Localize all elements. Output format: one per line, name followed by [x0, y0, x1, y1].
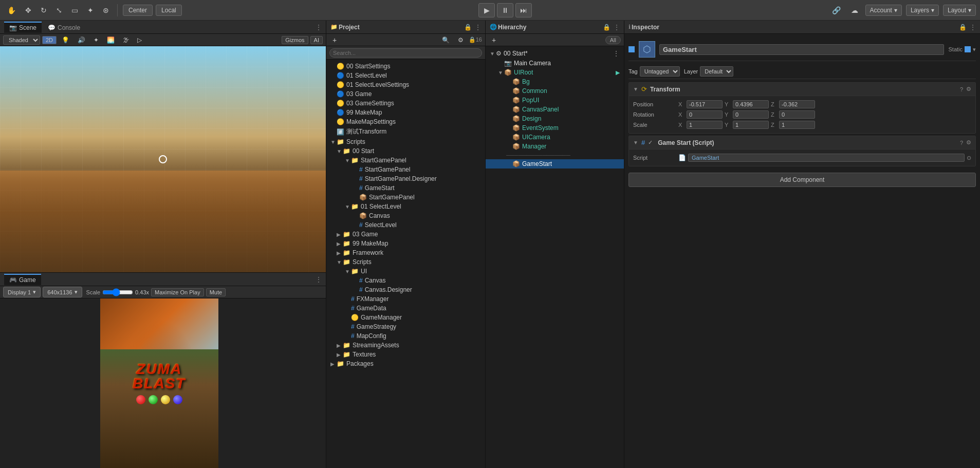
resolution-dropdown[interactable]: 640x1136▾ [43, 287, 82, 297]
scene-anim-btn[interactable]: ▷ [134, 34, 145, 46]
project-item-startgamepanel-prefab[interactable]: 📦 StartGamePanel [326, 193, 485, 202]
project-item-99makemap-folder[interactable]: ▶ 📁 99 MakeMap [326, 239, 485, 248]
gizmos-btn[interactable]: Gizmos [282, 36, 308, 44]
cloud-btn[interactable]: ☁ [848, 4, 861, 16]
transform-header[interactable]: ▼ ⟳ Transform ? ⚙ [629, 83, 975, 96]
project-lock-icon[interactable]: 🔒 [464, 24, 472, 31]
play-btn[interactable]: ▶ [478, 3, 495, 17]
project-item-canvas-prefab[interactable]: 📦 Canvas [326, 211, 485, 220]
tab-console[interactable]: 💬Console [43, 22, 85, 33]
pos-x-input[interactable] [687, 100, 723, 108]
scene-audio-btn[interactable]: 🔊 [75, 34, 88, 46]
pos-z-input[interactable] [779, 100, 815, 108]
tab-game[interactable]: 🎮Game [4, 274, 41, 285]
collab-btn[interactable]: 🔗 [829, 4, 844, 16]
inspector-options-icon[interactable]: ⋮ [970, 24, 976, 31]
go-name-input[interactable] [659, 44, 944, 55]
scale-y-input[interactable] [733, 121, 769, 129]
gamestart-script-header[interactable]: ▼ # ✓ Game Start (Script) ? ⚙ [629, 136, 975, 149]
step-btn[interactable]: ⏭ [515, 3, 532, 17]
view-2d-btn[interactable]: 2D [42, 36, 57, 44]
project-item-selectlevel-script[interactable]: # SelectLevel [326, 220, 485, 230]
tab-scene[interactable]: 📷Scene [4, 22, 42, 33]
project-search-input[interactable] [329, 48, 482, 58]
rot-y-input[interactable] [733, 110, 769, 119]
layout-dropdown[interactable]: Layout ▾ [943, 5, 976, 16]
project-options-icon[interactable]: ⋮ [475, 24, 481, 31]
project-item-scripts2-folder[interactable]: ▼ 📁 Scripts [326, 257, 485, 267]
project-item-canvas-script[interactable]: # Canvas [326, 276, 485, 285]
project-item-streaming[interactable]: ▶ 📁 StreamingAssets [326, 341, 485, 350]
shading-dropdown[interactable]: Shaded [3, 35, 40, 45]
script-settings-icon[interactable]: ⚙ [966, 139, 971, 146]
hierarchy-item-common[interactable]: 📦 Common [486, 86, 624, 96]
scene-skybox-btn[interactable]: 🌅 [104, 34, 118, 46]
project-item-00start[interactable]: 🟡 00 StartSettings [326, 62, 485, 71]
project-settings-icon[interactable]: ⚙ [455, 34, 467, 46]
project-item-03game-folder[interactable]: ▶ 📁 03 Game [326, 230, 485, 239]
project-item-00start-folder[interactable]: ▼ 📁 00 Start [326, 146, 485, 156]
script-select-icon[interactable]: ⊙ [967, 155, 971, 161]
display-dropdown[interactable]: Display 1▾ [3, 287, 41, 297]
go-static-checkbox[interactable] [965, 46, 971, 52]
layers-dropdown[interactable]: Layers ▾ [906, 5, 939, 16]
uiroot-expand-arrow[interactable]: ▶ [616, 69, 620, 76]
project-item-gamemanager[interactable]: 🟡 GameManager [326, 313, 485, 322]
project-item-framework-folder[interactable]: ▶ 📁 Framework [326, 248, 485, 257]
hierarchy-more-icon[interactable]: ⋮ [613, 49, 620, 58]
hierarchy-item-uicamera[interactable]: 📦 UICamera [486, 133, 624, 142]
pivot-local-btn[interactable]: Local [156, 5, 182, 16]
project-item-startgamepanel-folder[interactable]: ▼ 📁 StartGamePanel [326, 156, 485, 165]
hierarchy-item-maincamera[interactable]: 📷 Main Camera [486, 59, 624, 68]
rect-tool-btn[interactable]: ▭ [68, 4, 81, 16]
hierarchy-item-design[interactable]: 📦 Design [486, 114, 624, 123]
maximize-btn[interactable]: Maximize On Play [151, 288, 204, 296]
script-help-icon[interactable]: ? [960, 140, 963, 146]
rot-z-input[interactable] [779, 110, 815, 119]
inspector-lock-icon[interactable]: 🔒 [959, 24, 967, 31]
layer-dropdown[interactable]: Default [700, 66, 733, 77]
project-search-icon[interactable]: 🔍 [439, 34, 453, 46]
pause-btn[interactable]: ⏸ [497, 3, 513, 17]
hierarchy-item-uiroot[interactable]: ▼ 📦 UIRoot ▶ [486, 68, 624, 77]
project-item-canvas-designer-script[interactable]: # Canvas.Designer [326, 285, 485, 294]
hierarchy-options-icon[interactable]: ⋮ [614, 24, 620, 31]
account-dropdown[interactable]: Account ▾ [865, 5, 902, 16]
game-options-icon[interactable]: ⋮ [316, 276, 322, 283]
scene-options-icon[interactable]: ⋮ [316, 24, 322, 31]
scale-slider[interactable] [102, 288, 133, 296]
scale-z-input[interactable] [779, 121, 815, 129]
project-item-textures[interactable]: ▶ 📁 Textures [326, 350, 485, 359]
project-item-fxmanager[interactable]: # FXManager [326, 294, 485, 304]
scene-canvas[interactable] [0, 46, 326, 272]
scene-effects-btn[interactable]: ✦ [90, 34, 102, 46]
project-item-01selectlevel-folder[interactable]: ▼ 📁 01 SelectLevel [326, 202, 485, 211]
scene-object[interactable] [159, 155, 167, 163]
project-item-testtransform[interactable]: #️⃣ 测试Transform [326, 126, 485, 137]
project-item-99make[interactable]: 🔵 99 MakeMap [326, 108, 485, 117]
scene-fog-btn[interactable]: 🌫 [120, 34, 132, 46]
project-item-gamestart-script[interactable]: # GameStart [326, 183, 485, 193]
transform-settings-icon[interactable]: ⚙ [966, 86, 971, 92]
project-item-packages[interactable]: ▶ 📁 Packages [326, 359, 485, 368]
add-component-btn[interactable]: Add Component [628, 173, 976, 187]
hierarchy-item-eventsystem[interactable]: 📦 EventSystem [486, 123, 624, 133]
project-item-03gameset[interactable]: 🟡 03 GameSettings [326, 99, 485, 108]
go-static-arrow[interactable]: ▾ [973, 46, 976, 53]
hierarchy-item-gamestart[interactable]: 📦 GameStart [486, 159, 624, 169]
project-item-gamestrategy[interactable]: # GameStrategy [326, 322, 485, 331]
project-item-01select[interactable]: 🔵 01 SelectLevel [326, 71, 485, 80]
game-canvas[interactable]: ZUMABLAST [0, 298, 326, 468]
hierarchy-item-manager[interactable]: 📦 Manager [486, 142, 624, 151]
project-item-ui-folder[interactable]: ▼ 📁 UI [326, 267, 485, 276]
hierarchy-add-btn[interactable]: + [489, 34, 499, 46]
hand-tool-btn[interactable]: ✋ [4, 4, 19, 16]
project-item-01selectset[interactable]: 🟡 01 SelectLevelSettings [326, 80, 485, 89]
hierarchy-item-canvaspanel[interactable]: 📦 CanvasPanel [486, 105, 624, 114]
project-item-startgamepanel-script[interactable]: # StartGamePanel [326, 165, 485, 174]
hierarchy-item-00start[interactable]: ▼ ⚙ 00 Start* ⋮ [486, 48, 624, 59]
project-item-03game[interactable]: 🔵 03 Game [326, 89, 485, 99]
go-active-checkbox[interactable] [628, 46, 635, 52]
project-item-gamedata[interactable]: # GameData [326, 304, 485, 313]
hierarchy-lock-icon[interactable]: 🔒 [603, 24, 611, 31]
